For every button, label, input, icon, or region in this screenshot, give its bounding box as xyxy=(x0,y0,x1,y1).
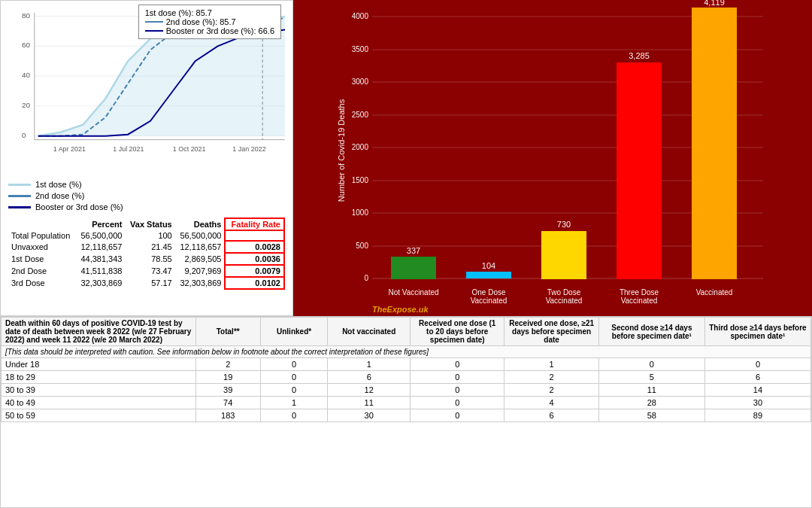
tooltip-line2: 2nd dose (%): 85.7 xyxy=(145,17,274,26)
legend-label-1st: 1st dose (%) xyxy=(35,180,82,189)
data-table: Death within 60 days of positive COVID-1… xyxy=(1,317,811,422)
y-axis-label: Number of Covid-19 Deaths xyxy=(337,99,346,202)
row-third-dose: 0 xyxy=(704,358,810,371)
svg-text:1 Jan 2022: 1 Jan 2022 xyxy=(232,145,265,153)
col-header-vax: Vax Status xyxy=(125,218,174,230)
row-total: 183 xyxy=(195,409,260,422)
bar-xlabel-4b: Vaccinated xyxy=(621,297,658,305)
row-value: 2,869,505 xyxy=(175,253,226,265)
bar-label-4119: 4,119 xyxy=(704,0,725,7)
row-one-dose-1-20: 0 xyxy=(411,397,504,409)
right-chart-panel: Number of Covid-19 Deaths 0 500 1000 150… xyxy=(293,0,812,316)
svg-text:40: 40 xyxy=(22,71,31,79)
row-value: 12,118,657 xyxy=(175,241,226,253)
bottom-table-area: Death within 60 days of positive COVID-1… xyxy=(0,316,812,508)
row-one-dose-21: 4 xyxy=(504,397,598,409)
row-value: 73.47 xyxy=(125,265,174,277)
svg-text:1 Oct 2021: 1 Oct 2021 xyxy=(173,145,206,153)
bar-xlabel-3b: Vaccinated xyxy=(546,297,583,305)
legend-color-1st xyxy=(8,184,31,186)
row-not-vax: 11 xyxy=(328,397,411,409)
row-one-dose-21: 6 xyxy=(504,409,598,422)
legend-color-2nd xyxy=(8,195,31,197)
row-fatality: 0.0079 xyxy=(225,265,284,277)
legend-item-2nd: 2nd dose (%) xyxy=(8,191,285,200)
row-value: 41,511,838 xyxy=(76,265,126,277)
watermark: TheExpose.uk xyxy=(372,305,429,314)
row-value: 12,118,657 xyxy=(76,241,126,253)
svg-text:0: 0 xyxy=(22,131,26,139)
row-second-dose: 28 xyxy=(598,397,704,409)
svg-text:20: 20 xyxy=(22,101,31,109)
table-row: 30 to 39 39 0 12 0 2 11 14 xyxy=(2,384,811,397)
bar-vaccinated xyxy=(692,8,737,279)
row-label: 40 to 49 xyxy=(2,397,196,409)
caution-text: [This data should be interpreted with ca… xyxy=(2,346,811,358)
table-row: 18 to 29 19 0 6 0 2 5 6 xyxy=(2,371,811,384)
row-label: Under 18 xyxy=(2,358,196,371)
col-header-second-dose: Second dose ≥14 days before specimen dat… xyxy=(598,318,704,346)
top-section: 1st dose (%): 85.7 2nd dose (%): 85.7 Bo… xyxy=(0,0,812,316)
row-value: 32,303,869 xyxy=(175,277,226,289)
row-value: 9,207,969 xyxy=(175,265,226,277)
row-not-vax: 30 xyxy=(328,409,411,422)
svg-text:1000: 1000 xyxy=(352,208,369,217)
svg-text:3500: 3500 xyxy=(352,45,369,53)
row-fatality: 0.0036 xyxy=(225,253,284,265)
row-unlinked: 0 xyxy=(260,358,328,371)
chart-tooltip: 1st dose (%): 85.7 2nd dose (%): 85.7 Bo… xyxy=(138,5,281,39)
table-row: 1st Dose 44,381,343 78.55 2,869,505 0.00… xyxy=(8,253,284,265)
row-one-dose-21: 2 xyxy=(504,371,598,384)
svg-text:1 Jul 2021: 1 Jul 2021 xyxy=(113,145,144,153)
row-not-vax: 6 xyxy=(328,371,411,384)
tooltip-line1: 1st dose (%): 85.7 xyxy=(145,8,274,17)
legend-item-1st: 1st dose (%) xyxy=(8,180,285,189)
bar-label-3285: 3,285 xyxy=(629,51,650,60)
col-header-one-dose-21: Received one dose, ≥21 days before speci… xyxy=(504,318,598,346)
table-row: 40 to 49 74 1 11 0 4 28 30 xyxy=(2,397,811,409)
row-not-vax: 12 xyxy=(328,384,411,397)
row-unlinked: 0 xyxy=(260,384,328,397)
col-header-not-vaccinated: Not vaccinated xyxy=(328,318,411,346)
row-label: 50 to 59 xyxy=(2,409,196,422)
row-value: 32,303,869 xyxy=(76,277,126,289)
legend-label-2nd: 2nd dose (%) xyxy=(35,191,84,200)
row-second-dose: 0 xyxy=(598,358,704,371)
bar-xlabel-4: Three Dose xyxy=(620,288,659,297)
svg-text:4000: 4000 xyxy=(352,12,369,20)
col-header-deaths: Deaths xyxy=(175,218,226,230)
row-third-dose: 30 xyxy=(704,397,810,409)
row-label: 3rd Dose xyxy=(8,277,76,289)
legend-color-booster xyxy=(8,206,31,208)
bar-xlabel-1: Not Vaccinated xyxy=(388,288,438,297)
svg-text:60: 60 xyxy=(22,41,31,49)
row-one-dose-1-20: 0 xyxy=(411,384,504,397)
row-label: 30 to 39 xyxy=(2,384,196,397)
bar-label-104: 104 xyxy=(482,261,495,270)
row-one-dose-1-20: 0 xyxy=(411,371,504,384)
svg-text:80: 80 xyxy=(22,11,31,20)
row-fatality xyxy=(225,230,284,241)
stats-table: Percent Vax Status Deaths Fatality Rate … xyxy=(8,217,285,290)
bar-one-dose xyxy=(466,272,511,278)
svg-text:1 Apr 2021: 1 Apr 2021 xyxy=(53,145,86,153)
row-value: 100 xyxy=(125,230,174,241)
row-one-dose-1-20: 0 xyxy=(411,409,504,422)
svg-text:0: 0 xyxy=(364,274,368,282)
col-header-unlinked: Unlinked* xyxy=(260,318,328,346)
row-not-vax: 1 xyxy=(328,358,411,371)
svg-text:2000: 2000 xyxy=(352,143,369,151)
row-label: 1st Dose xyxy=(8,253,76,265)
col-header-percent: Percent xyxy=(76,218,126,230)
row-label: 2nd Dose xyxy=(8,265,76,277)
row-unlinked: 0 xyxy=(260,371,328,384)
row-value: 57.17 xyxy=(125,277,174,289)
table-row: 50 to 59 183 0 30 0 6 58 89 xyxy=(2,409,811,422)
row-one-dose-21: 1 xyxy=(504,358,598,371)
table-row: Unvaxxed 12,118,657 21.45 12,118,657 0.0… xyxy=(8,241,284,253)
legend-item-booster: Booster or 3rd dose (%) xyxy=(8,202,285,211)
table-row: Total Population 56,500,000 100 56,500,0… xyxy=(8,230,284,241)
row-fatality: 0.0102 xyxy=(225,277,284,289)
row-unlinked: 1 xyxy=(260,397,328,409)
row-fatality: 0.0028 xyxy=(225,241,284,253)
